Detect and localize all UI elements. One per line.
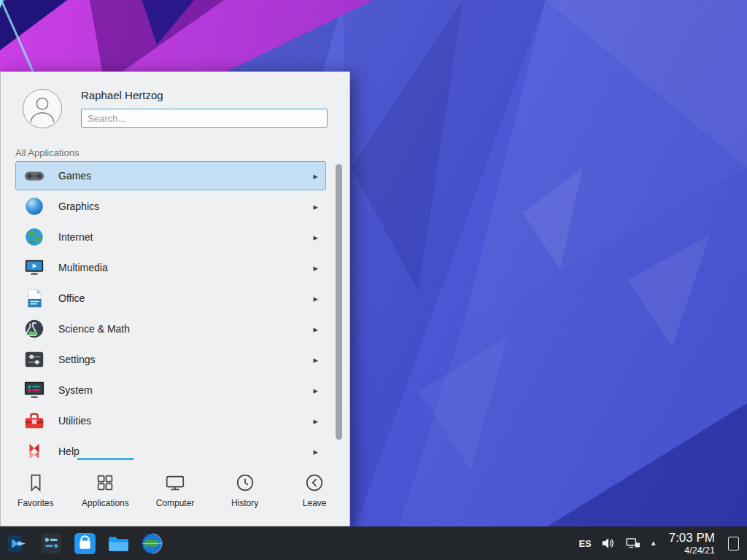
settings-icon [23,349,45,370]
clock-date: 4/24/21 [669,545,715,556]
discover-bag-icon [73,532,97,556]
user-name: Raphael Hertzog [81,89,163,101]
section-label: All Applications [15,147,79,158]
category-label: Utilities [58,415,91,427]
network-button[interactable] [625,535,641,551]
bookmark-icon [25,472,47,494]
palette-sphere-icon [23,195,45,217]
tray-icons [600,535,641,551]
category-item-graphics[interactable]: Graphics▸ [15,192,326,221]
system-monitor-icon [23,379,45,401]
toolbox-icon [23,410,45,432]
category-item-utilities[interactable]: Utilities▸ [15,406,326,435]
category-label: Graphics [58,201,99,212]
chevron-right-icon: ▸ [313,324,318,335]
category-item-system[interactable]: System▸ [15,376,326,405]
category-item-internet[interactable]: Internet▸ [15,222,326,252]
chevron-right-icon: ▸ [313,354,318,365]
computer-icon [164,472,186,494]
category-item-science-math[interactable]: Science & Math▸ [15,314,326,343]
tab-applications[interactable]: Applications [71,458,141,526]
category-item-games[interactable]: Games▸ [15,161,326,190]
show-desktop-button[interactable] [725,529,741,558]
taskbar: ES ▲ 7:03 PM 4/24/21 [0,526,747,560]
digital-clock[interactable]: 7:03 PM 4/24/21 [669,531,715,555]
tab-bar: FavoritesApplicationsComputerHistoryLeav… [1,458,349,526]
gamepad-icon [23,165,45,187]
tab-label: History [231,498,258,508]
help-icon [23,440,45,458]
clock-time: 7:03 PM [669,531,715,545]
category-list: Games▸Graphics▸Internet▸Multimedia▸Offic… [15,161,326,458]
chevron-right-icon: ▸ [313,446,318,457]
chevron-right-icon: ▸ [313,201,318,212]
volume-button[interactable] [600,535,616,551]
keyboard-layout-indicator[interactable]: ES [578,538,591,549]
history-clock-icon [234,472,256,494]
tab-computer[interactable]: Computer [140,458,210,526]
globe-icon [23,226,45,248]
folder-icon [107,532,131,556]
desktop: Raphael Hertzog All Applications Games▸G… [0,0,747,560]
expand-tray-icon[interactable]: ▲ [650,540,657,547]
scrollbar-thumb[interactable] [336,164,342,440]
show-desktop-icon [728,537,739,551]
search-input[interactable] [81,109,328,128]
file-manager-button[interactable] [107,532,131,556]
category-label: Multimedia [58,262,108,273]
category-label: Science & Math [58,323,130,335]
category-label: System [58,384,93,396]
flask-icon [23,318,45,340]
tab-leave[interactable]: Leave [279,458,349,526]
user-avatar[interactable] [23,89,62,128]
category-item-multimedia[interactable]: Multimedia▸ [15,253,326,282]
kickoff-icon [6,532,30,556]
category-item-office[interactable]: Office▸ [15,284,326,313]
document-icon [23,287,45,309]
category-label: Games [58,170,91,182]
category-label: Help [58,446,80,457]
tab-label: Favorites [18,498,53,508]
category-item-help[interactable]: Help▸ [15,437,326,458]
tab-favorites[interactable]: Favorites [1,458,71,526]
task-manager-icon [39,532,63,556]
browser-globe-icon [140,532,164,556]
speaker-icon [600,535,616,551]
leave-circle-icon [303,472,325,494]
discover-software-center-button[interactable] [73,532,97,556]
media-monitor-icon [23,257,45,279]
chevron-right-icon: ▸ [313,385,318,396]
tab-label: Computer [156,498,195,508]
web-browser-button[interactable] [140,532,164,556]
chevron-right-icon: ▸ [313,262,318,273]
category-label: Settings [58,354,96,365]
chevron-right-icon: ▸ [313,416,318,427]
system-tray: ES ▲ 7:03 PM 4/24/21 [578,529,741,558]
tab-label: Leave [303,498,327,508]
tab-label: Applications [82,498,129,508]
application-launcher-popup: Raphael Hertzog All Applications Games▸G… [0,71,350,526]
network-wired-icon [625,535,641,551]
category-label: Internet [58,231,93,243]
app-grid-icon [94,472,116,494]
tab-history[interactable]: History [210,458,280,526]
application-launcher-button[interactable] [6,532,30,556]
chevron-right-icon: ▸ [313,171,318,182]
task-manager-settings-button[interactable] [39,532,63,556]
chevron-right-icon: ▸ [313,232,318,243]
category-item-settings[interactable]: Settings▸ [15,345,326,374]
chevron-right-icon: ▸ [313,293,318,304]
category-label: Office [58,292,85,304]
taskbar-launchers [6,532,164,556]
